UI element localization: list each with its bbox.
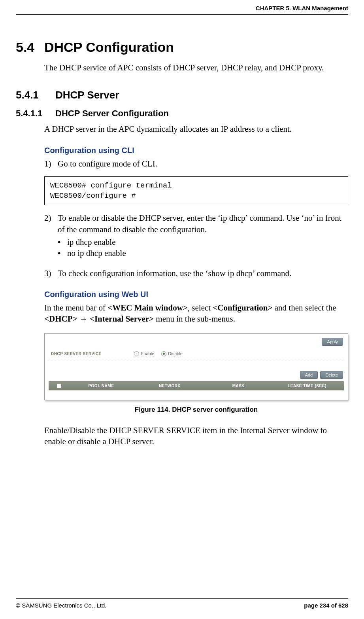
step-marker: 2) [44,212,58,235]
column-pool-name: POOL NAME [67,384,136,388]
step-marker: 1) [44,158,58,169]
bullet-text: ip dhcp enable [67,237,115,248]
cli-step-2: 2) To enable or disable the DHCP server,… [44,212,348,235]
step-text: To enable or disable the DHCP server, en… [58,212,348,235]
nav-text: , select [188,303,213,312]
step-text: Go to configure mode of CLI. [58,158,348,169]
subsubsection-number: 5.4.1.1 [16,108,55,119]
section-number: 5.4 [16,40,44,55]
nav-dhcp: <DHCP> [44,314,77,324]
closing-text: Enable/Disable the DHCP SERVER SERVICE i… [44,425,348,447]
section-intro: The DHCP service of APC consists of DHCP… [44,62,348,73]
header-rule [16,14,348,15]
subsection-heading: 5.4.1 DHCP Server [16,89,348,101]
radio-label: Enable [141,351,154,356]
column-lease-time: LEASE TIME (SEC) [273,384,341,388]
cli-code-block: WEC8500# configure terminal WEC8500/conf… [44,176,348,205]
cli-step-1: 1) Go to configure mode of CLI. [44,158,348,169]
figure-caption: Figure 114. DHCP server configuration [44,406,348,414]
bullet-marker: • [58,237,67,248]
delete-button[interactable]: Delete [320,371,343,379]
bullet-item: • no ip dhcp enable [58,248,348,259]
section-title: DHCP Configuration [44,40,174,55]
subsection-title: DHCP Server [55,89,119,101]
footer-copyright: © SAMSUNG Electronics Co., Ltd. [16,602,106,609]
add-button[interactable]: Add [300,371,318,379]
nav-wec-main: <WEC Main window> [108,303,187,312]
footer-page-number: page 234 of 628 [304,602,348,609]
nav-arrow-icon: → [77,314,90,324]
nav-text: In the menu bar of [44,303,108,312]
select-all-checkbox[interactable] [51,383,67,388]
subsubsection-title: DHCP Server Configuration [55,108,169,119]
column-mask: MASK [204,384,273,388]
section-heading: 5.4 DHCP Configuration [16,40,348,55]
radio-icon [161,351,166,356]
page-header-chapter: CHAPTER 5. WLAN Management [256,5,348,11]
table-header-row: POOL NAME NETWORK MASK LEASE TIME (SEC) [49,381,344,390]
cli-step-3: 3) To check configuration information, u… [44,268,348,279]
nav-configuration: <Configuration> [213,303,272,312]
enable-radio[interactable]: Enable [134,351,154,356]
nav-internal-server: <Internal Server> [90,314,154,324]
nav-text: and then select the [273,303,336,312]
apply-button[interactable]: Apply [322,338,343,346]
nav-text: menu in the sub-menus. [154,314,235,324]
bullet-item: • ip dhcp enable [58,237,348,248]
step-marker: 3) [44,268,58,279]
disable-radio[interactable]: Disable [161,351,183,356]
radio-label: Disable [168,351,183,356]
dhcp-service-label: DHCP SERVER SERVICE [51,352,134,356]
webui-heading: Configuration using Web UI [44,290,348,299]
subsubsection-intro: A DHCP server in the APC dynamically all… [44,123,348,134]
subsection-number: 5.4.1 [16,89,55,101]
step-text: To check configuration information, use … [58,268,348,279]
column-network: NETWORK [136,384,204,388]
radio-icon [134,351,139,356]
bullet-marker: • [58,248,67,259]
webui-nav-text: In the menu bar of <WEC Main window>, se… [44,302,348,325]
footer-rule [16,598,348,599]
dhcp-server-screenshot: Apply DHCP SERVER SERVICE Enable Disable… [44,333,348,400]
cli-heading: Configuration using CLI [44,146,348,155]
subsubsection-heading: 5.4.1.1 DHCP Server Configuration [16,108,348,119]
bullet-text: no ip dhcp enable [67,248,126,259]
